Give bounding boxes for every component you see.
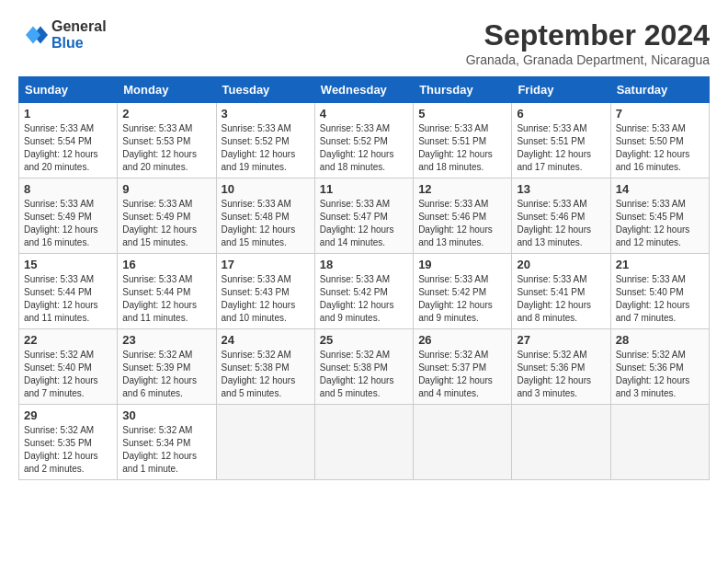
table-row: 5Sunrise: 5:33 AMSunset: 5:51 PMDaylight…: [414, 103, 512, 178]
col-wednesday: Wednesday: [314, 77, 413, 103]
table-row: 23Sunrise: 5:32 AMSunset: 5:39 PMDayligh…: [118, 329, 216, 405]
col-saturday: Saturday: [610, 77, 709, 103]
day-info: Sunrise: 5:33 AMSunset: 5:52 PMDaylight:…: [320, 122, 408, 174]
day-info: Sunrise: 5:33 AMSunset: 5:45 PMDaylight:…: [616, 198, 704, 249]
day-info: Sunrise: 5:33 AMSunset: 5:48 PMDaylight:…: [222, 198, 310, 249]
day-info: Sunrise: 5:33 AMSunset: 5:46 PMDaylight:…: [517, 198, 605, 249]
day-info: Sunrise: 5:33 AMSunset: 5:51 PMDaylight:…: [418, 122, 506, 174]
calendar-week-row: 29Sunrise: 5:32 AMSunset: 5:35 PMDayligh…: [19, 405, 710, 480]
day-info: Sunrise: 5:33 AMSunset: 5:52 PMDaylight:…: [222, 122, 310, 174]
col-tuesday: Tuesday: [216, 77, 314, 103]
day-number: 6: [517, 107, 605, 121]
day-number: 1: [24, 107, 112, 121]
table-row: 18Sunrise: 5:33 AMSunset: 5:42 PMDayligh…: [314, 254, 413, 329]
table-row: 19Sunrise: 5:33 AMSunset: 5:42 PMDayligh…: [414, 254, 512, 329]
day-number: 3: [222, 107, 310, 121]
table-row: 7Sunrise: 5:33 AMSunset: 5:50 PMDaylight…: [610, 103, 709, 178]
day-info: Sunrise: 5:33 AMSunset: 5:44 PMDaylight:…: [122, 273, 210, 325]
day-info: Sunrise: 5:33 AMSunset: 5:50 PMDaylight:…: [616, 122, 704, 174]
table-row: 30Sunrise: 5:32 AMSunset: 5:34 PMDayligh…: [118, 405, 216, 480]
day-number: 26: [418, 333, 506, 347]
day-number: 17: [222, 258, 310, 271]
day-info: Sunrise: 5:32 AMSunset: 5:34 PMDaylight:…: [122, 424, 210, 476]
day-number: 16: [122, 258, 210, 271]
day-number: 25: [320, 333, 408, 347]
day-number: 14: [616, 182, 704, 196]
table-row: 2Sunrise: 5:33 AMSunset: 5:53 PMDaylight…: [118, 103, 216, 178]
table-row: 8Sunrise: 5:33 AMSunset: 5:49 PMDaylight…: [19, 178, 118, 254]
table-row: 15Sunrise: 5:33 AMSunset: 5:44 PMDayligh…: [19, 254, 118, 329]
table-row: [414, 405, 512, 480]
day-info: Sunrise: 5:33 AMSunset: 5:44 PMDaylight:…: [24, 273, 112, 325]
table-row: 3Sunrise: 5:33 AMSunset: 5:52 PMDaylight…: [216, 103, 314, 178]
table-row: 16Sunrise: 5:33 AMSunset: 5:44 PMDayligh…: [118, 254, 216, 329]
day-info: Sunrise: 5:32 AMSunset: 5:38 PMDaylight:…: [320, 349, 408, 400]
day-info: Sunrise: 5:32 AMSunset: 5:36 PMDaylight:…: [517, 349, 605, 400]
day-info: Sunrise: 5:32 AMSunset: 5:37 PMDaylight:…: [418, 349, 506, 400]
day-number: 23: [122, 333, 210, 347]
table-row: 9Sunrise: 5:33 AMSunset: 5:49 PMDaylight…: [118, 178, 216, 254]
day-number: 11: [320, 182, 408, 196]
day-number: 8: [24, 182, 112, 196]
day-number: 4: [320, 107, 408, 121]
table-row: 17Sunrise: 5:33 AMSunset: 5:43 PMDayligh…: [216, 254, 314, 329]
day-number: 9: [122, 182, 210, 196]
day-info: Sunrise: 5:33 AMSunset: 5:53 PMDaylight:…: [122, 122, 210, 174]
table-row: [314, 405, 413, 480]
table-row: 26Sunrise: 5:32 AMSunset: 5:37 PMDayligh…: [414, 329, 512, 405]
day-number: 13: [517, 182, 605, 196]
table-row: 20Sunrise: 5:33 AMSunset: 5:41 PMDayligh…: [512, 254, 610, 329]
table-row: 1Sunrise: 5:33 AMSunset: 5:54 PMDaylight…: [19, 103, 118, 178]
day-info: Sunrise: 5:32 AMSunset: 5:36 PMDaylight:…: [616, 349, 704, 400]
day-number: 2: [122, 107, 210, 121]
day-number: 12: [418, 182, 506, 196]
day-number: 28: [616, 333, 704, 347]
calendar-week-row: 8Sunrise: 5:33 AMSunset: 5:49 PMDaylight…: [19, 178, 710, 254]
day-number: 22: [24, 333, 112, 347]
table-row: 28Sunrise: 5:32 AMSunset: 5:36 PMDayligh…: [610, 329, 709, 405]
day-number: 20: [517, 258, 605, 271]
table-row: 13Sunrise: 5:33 AMSunset: 5:46 PMDayligh…: [512, 178, 610, 254]
table-row: [512, 405, 610, 480]
logo-text: General Blue: [51, 18, 107, 52]
page-header: General Blue September 2024 Granada, Gra…: [18, 18, 710, 67]
col-monday: Monday: [118, 77, 216, 103]
calendar-week-row: 1Sunrise: 5:33 AMSunset: 5:54 PMDaylight…: [19, 103, 710, 178]
day-number: 30: [122, 408, 210, 422]
table-row: 25Sunrise: 5:32 AMSunset: 5:38 PMDayligh…: [314, 329, 413, 405]
day-info: Sunrise: 5:33 AMSunset: 5:46 PMDaylight:…: [418, 198, 506, 249]
logo-icon: [18, 20, 48, 50]
logo: General Blue: [18, 18, 107, 52]
table-row: 29Sunrise: 5:32 AMSunset: 5:35 PMDayligh…: [19, 405, 118, 480]
day-number: 21: [616, 258, 704, 271]
col-friday: Friday: [512, 77, 610, 103]
col-thursday: Thursday: [414, 77, 512, 103]
table-row: 24Sunrise: 5:32 AMSunset: 5:38 PMDayligh…: [216, 329, 314, 405]
day-info: Sunrise: 5:32 AMSunset: 5:38 PMDaylight:…: [222, 349, 310, 400]
month-title: September 2024: [466, 18, 710, 52]
title-area: September 2024 Granada, Granada Departme…: [466, 18, 710, 67]
table-row: 10Sunrise: 5:33 AMSunset: 5:48 PMDayligh…: [216, 178, 314, 254]
table-row: 11Sunrise: 5:33 AMSunset: 5:47 PMDayligh…: [314, 178, 413, 254]
day-info: Sunrise: 5:33 AMSunset: 5:54 PMDaylight:…: [24, 122, 112, 174]
day-info: Sunrise: 5:33 AMSunset: 5:49 PMDaylight:…: [24, 198, 112, 249]
table-row: 27Sunrise: 5:32 AMSunset: 5:36 PMDayligh…: [512, 329, 610, 405]
table-row: 12Sunrise: 5:33 AMSunset: 5:46 PMDayligh…: [414, 178, 512, 254]
table-row: [610, 405, 709, 480]
day-info: Sunrise: 5:32 AMSunset: 5:39 PMDaylight:…: [122, 349, 210, 400]
day-number: 19: [418, 258, 506, 271]
day-number: 5: [418, 107, 506, 121]
day-number: 7: [616, 107, 704, 121]
day-info: Sunrise: 5:33 AMSunset: 5:42 PMDaylight:…: [418, 273, 506, 325]
calendar-week-row: 15Sunrise: 5:33 AMSunset: 5:44 PMDayligh…: [19, 254, 710, 329]
day-info: Sunrise: 5:33 AMSunset: 5:47 PMDaylight:…: [320, 198, 408, 249]
day-info: Sunrise: 5:32 AMSunset: 5:40 PMDaylight:…: [24, 349, 112, 400]
day-info: Sunrise: 5:33 AMSunset: 5:51 PMDaylight:…: [517, 122, 605, 174]
day-number: 27: [517, 333, 605, 347]
table-row: [216, 405, 314, 480]
calendar-table: Sunday Monday Tuesday Wednesday Thursday…: [18, 76, 710, 480]
location-title: Granada, Granada Department, Nicaragua: [466, 52, 710, 67]
calendar-week-row: 22Sunrise: 5:32 AMSunset: 5:40 PMDayligh…: [19, 329, 710, 405]
table-row: 6Sunrise: 5:33 AMSunset: 5:51 PMDaylight…: [512, 103, 610, 178]
day-info: Sunrise: 5:33 AMSunset: 5:42 PMDaylight:…: [320, 273, 408, 325]
